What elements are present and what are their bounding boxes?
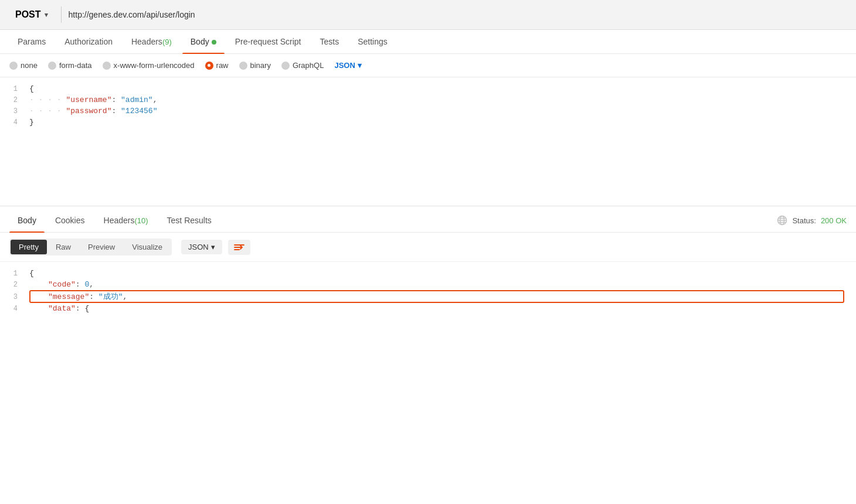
request-tabs: Params Authorization Headers(9) Body Pre… [0,30,856,54]
body-type-form-data[interactable]: form-data [48,61,92,70]
radio-raw [205,62,213,70]
body-type-graphql[interactable]: GraphQL [281,61,324,70]
wrap-icon [234,243,244,252]
response-tabs: Body Cookies Headers(10) Test Results St… [0,209,856,233]
tab-params[interactable]: Params [9,30,54,53]
response-tab-cookies[interactable]: Cookies [47,209,93,232]
view-btn-group: Pretty Raw Preview Visualize [9,239,172,256]
response-tab-headers[interactable]: Headers(10) [96,209,157,232]
tab-pre-request[interactable]: Pre-request Script [227,30,310,53]
tab-authorization[interactable]: Authorization [56,30,121,53]
status-label: Status: [792,216,816,225]
url-bar: POST ▾ [0,0,856,30]
url-input[interactable] [69,10,847,19]
body-dot-icon [212,40,216,45]
view-options-row: Pretty Raw Preview Visualize JSON ▾ [0,233,856,262]
body-type-urlencoded[interactable]: x-www-form-urlencoded [103,61,195,70]
wrap-text-button[interactable] [228,240,250,255]
headers-badge: (9) [162,38,172,46]
url-bar-divider [61,6,62,23]
radio-form-data [48,62,56,70]
method-selector[interactable]: POST ▾ [9,6,54,23]
radio-binary [239,62,247,70]
resp-line-3: 3 "message": "成功", [0,290,856,303]
status-code: 200 OK [821,216,847,225]
tab-tests[interactable]: Tests [312,30,348,53]
tab-body[interactable]: Body [182,30,225,53]
globe-icon [777,215,787,226]
view-raw-button[interactable]: Raw [47,240,79,254]
req-line-1: 1 { [0,83,856,94]
status-area: Status: 200 OK [777,215,847,226]
response-format-chevron-icon: ▾ [211,243,215,251]
method-label: POST [15,9,41,20]
tab-settings[interactable]: Settings [349,30,396,53]
request-body-editor[interactable]: 1 { 2 · · · · "username": "admin", 3 · ·… [0,77,856,206]
radio-urlencoded [103,62,111,70]
json-format-selector[interactable]: JSON ▾ [334,61,361,70]
resp-line-2: 2 "code": 0, [0,279,856,290]
body-types-row: none form-data x-www-form-urlencoded raw… [0,54,856,77]
view-preview-button[interactable]: Preview [80,240,123,254]
tab-headers[interactable]: Headers(9) [123,30,180,53]
radio-graphql [281,62,290,70]
body-type-none[interactable]: none [9,61,38,70]
method-chevron-icon: ▾ [45,11,48,19]
req-line-3: 3 · · · · "password": "123456" [0,105,856,117]
view-visualize-button[interactable]: Visualize [124,240,171,254]
response-format-selector[interactable]: JSON ▾ [181,240,222,254]
response-tab-body[interactable]: Body [9,209,45,232]
response-body-editor: 1 { 2 "code": 0, 3 "message": "成功", 4 "d… [0,262,856,320]
response-tab-test-results[interactable]: Test Results [159,209,220,232]
view-pretty-button[interactable]: Pretty [11,240,47,254]
body-type-binary[interactable]: binary [239,61,271,70]
response-section: Body Cookies Headers(10) Test Results St… [0,206,856,320]
req-line-4: 4 } [0,117,856,128]
radio-none [9,62,18,70]
resp-line-1: 1 { [0,268,856,279]
response-headers-badge: (10) [134,216,148,225]
resp-line-4: 4 "data": { [0,303,856,314]
req-line-2: 2 · · · · "username": "admin", [0,94,856,105]
body-type-raw[interactable]: raw [205,61,229,70]
json-chevron-icon: ▾ [358,61,362,70]
